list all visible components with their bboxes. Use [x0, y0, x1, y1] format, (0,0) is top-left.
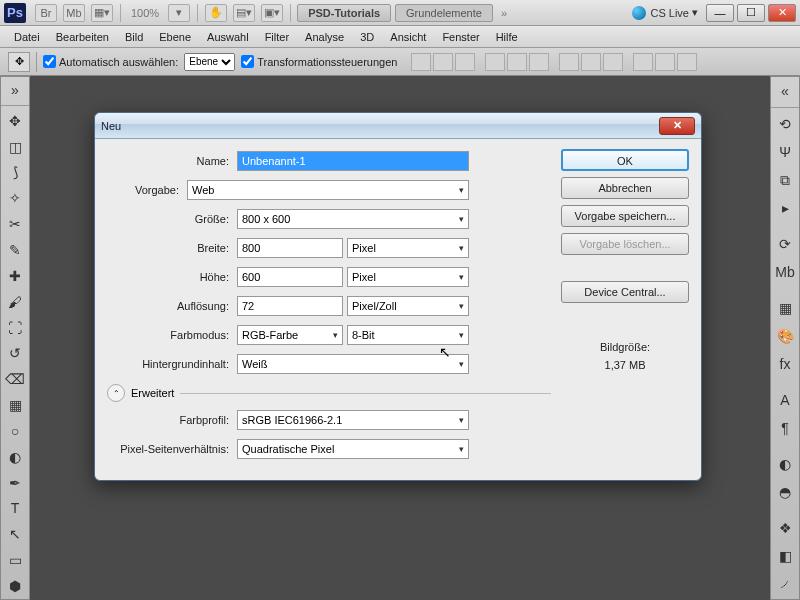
bgcontent-combo[interactable]: Weiß — [237, 354, 469, 374]
height-unit-combo[interactable]: Pixel — [347, 267, 469, 287]
menu-fenster[interactable]: Fenster — [434, 29, 487, 45]
dialog-close-button[interactable]: ✕ — [659, 117, 695, 135]
paths-panel-icon[interactable]: ⟋ — [771, 570, 799, 598]
history-panel-icon[interactable]: ⟳ — [771, 230, 799, 258]
collapse-icon[interactable]: « — [771, 77, 799, 105]
distribute-icon[interactable] — [633, 53, 653, 71]
move-tool-icon[interactable]: ✥ — [1, 108, 29, 134]
channels-panel-icon[interactable]: ◧ — [771, 542, 799, 570]
distribute-icon[interactable] — [559, 53, 579, 71]
menu-bearbeiten[interactable]: Bearbeiten — [48, 29, 117, 45]
resolution-unit-combo[interactable]: Pixel/Zoll — [347, 296, 469, 316]
blur-tool-icon[interactable]: ○ — [1, 418, 29, 444]
bridge-icon[interactable]: Br — [35, 4, 57, 22]
minibridge-panel-icon[interactable]: Mb — [771, 258, 799, 286]
layers-panel-icon[interactable]: ❖ — [771, 514, 799, 542]
collapse-icon[interactable]: » — [1, 77, 29, 103]
menu-datei[interactable]: Datei — [6, 29, 48, 45]
crop-tool-icon[interactable]: ✂ — [1, 211, 29, 237]
align-icon[interactable] — [485, 53, 505, 71]
clone-source-icon[interactable]: ⧉ — [771, 166, 799, 194]
gradient-tool-icon[interactable]: ▦ — [1, 392, 29, 418]
paragraph-panel-icon[interactable]: ¶ — [771, 414, 799, 442]
cancel-button[interactable]: Abbrechen — [561, 177, 689, 199]
distribute-icon[interactable] — [603, 53, 623, 71]
cslive-button[interactable]: CS Live ▾ — [632, 6, 698, 20]
masks-panel-icon[interactable]: ◓ — [771, 478, 799, 506]
width-field[interactable] — [237, 238, 343, 258]
menu-ebene[interactable]: Ebene — [151, 29, 199, 45]
stamp-tool-icon[interactable]: ⛶ — [1, 315, 29, 341]
ok-button[interactable]: OK — [561, 149, 689, 171]
3d-tool-icon[interactable]: ⬢ — [1, 573, 29, 599]
distribute-icon[interactable] — [581, 53, 601, 71]
menu-analyse[interactable]: Analyse — [297, 29, 352, 45]
resolution-field[interactable] — [237, 296, 343, 316]
healing-tool-icon[interactable]: ✚ — [1, 263, 29, 289]
transform-checkbox[interactable]: Transformationssteuerungen — [241, 55, 397, 68]
lasso-tool-icon[interactable]: ⟆ — [1, 160, 29, 186]
distribute-icon[interactable] — [655, 53, 675, 71]
minimize-button[interactable]: — — [706, 4, 734, 22]
align-icon[interactable] — [529, 53, 549, 71]
eyedropper-tool-icon[interactable]: ✎ — [1, 237, 29, 263]
path-select-icon[interactable]: ↖ — [1, 521, 29, 547]
magicwand-tool-icon[interactable]: ✧ — [1, 185, 29, 211]
menu-auswahl[interactable]: Auswahl — [199, 29, 257, 45]
menu-hilfe[interactable]: Hilfe — [488, 29, 526, 45]
history-brush-icon[interactable]: ↺ — [1, 340, 29, 366]
pen-tool-icon[interactable]: ✒ — [1, 470, 29, 496]
save-preset-button[interactable]: Vorgabe speichern... — [561, 205, 689, 227]
align-icon[interactable] — [507, 53, 527, 71]
view-extras-icon[interactable]: ▦▾ — [91, 4, 113, 22]
adjustments-panel-icon[interactable]: ◐ — [771, 450, 799, 478]
distribute-icon[interactable] — [677, 53, 697, 71]
arrange-icon[interactable]: ▤▾ — [233, 4, 255, 22]
move-tool-indicator[interactable]: ✥ — [8, 52, 30, 72]
menu-ansicht[interactable]: Ansicht — [382, 29, 434, 45]
eraser-tool-icon[interactable]: ⌫ — [1, 366, 29, 392]
minibridge-icon[interactable]: Mb — [63, 4, 85, 22]
zoom-level[interactable]: 100% — [131, 7, 159, 19]
menu-filter[interactable]: Filter — [257, 29, 297, 45]
profile-combo[interactable]: sRGB IEC61966-2.1 — [237, 410, 469, 430]
align-icon[interactable] — [455, 53, 475, 71]
bitdepth-combo[interactable]: 8-Bit — [347, 325, 469, 345]
styles-panel-icon[interactable]: fx — [771, 350, 799, 378]
pixelaspect-combo[interactable]: Quadratische Pixel — [237, 439, 469, 459]
dodge-tool-icon[interactable]: ◐ — [1, 444, 29, 470]
device-central-button[interactable]: Device Central... — [561, 281, 689, 303]
colormode-combo[interactable]: RGB-Farbe — [237, 325, 343, 345]
size-combo[interactable]: 800 x 600 — [237, 209, 469, 229]
align-icon[interactable] — [411, 53, 431, 71]
brush-tool-icon[interactable]: 🖌 — [1, 289, 29, 315]
close-button[interactable]: ✕ — [768, 4, 796, 22]
character-panel-icon[interactable]: A — [771, 386, 799, 414]
preset-combo[interactable]: Web — [187, 180, 469, 200]
menu-bild[interactable]: Bild — [117, 29, 151, 45]
advanced-toggle[interactable]: ⌃ — [107, 384, 125, 402]
brush-panel-icon[interactable]: Ψ — [771, 138, 799, 166]
height-field[interactable] — [237, 267, 343, 287]
align-icon[interactable] — [433, 53, 453, 71]
hand-icon[interactable]: ✋ — [205, 4, 227, 22]
brush-preset-icon[interactable]: ⟲ — [771, 110, 799, 138]
swatches-panel-icon[interactable]: ▦ — [771, 294, 799, 322]
name-field[interactable] — [237, 151, 469, 171]
maximize-button[interactable]: ☐ — [737, 4, 765, 22]
menu-3d[interactable]: 3D — [352, 29, 382, 45]
color-panel-icon[interactable]: 🎨 — [771, 322, 799, 350]
autoselect-target[interactable]: Ebene — [184, 53, 235, 71]
type-tool-icon[interactable]: T — [1, 496, 29, 522]
more-workspaces-icon[interactable]: » — [501, 7, 507, 19]
shape-tool-icon[interactable]: ▭ — [1, 547, 29, 573]
zoom-dropdown-icon[interactable]: ▾ — [168, 4, 190, 22]
autoselect-checkbox[interactable]: Automatisch auswählen: — [43, 55, 178, 68]
dialog-titlebar[interactable]: Neu ✕ — [95, 113, 701, 139]
workspace-tab-psdtutorials[interactable]: PSD-Tutorials — [297, 4, 391, 22]
minibridge-panel-icon[interactable]: ▸ — [771, 194, 799, 222]
marquee-tool-icon[interactable]: ◫ — [1, 134, 29, 160]
width-unit-combo[interactable]: Pixel — [347, 238, 469, 258]
screenmode-icon[interactable]: ▣▾ — [261, 4, 283, 22]
workspace-tab-grundelemente[interactable]: Grundelemente — [395, 4, 493, 22]
